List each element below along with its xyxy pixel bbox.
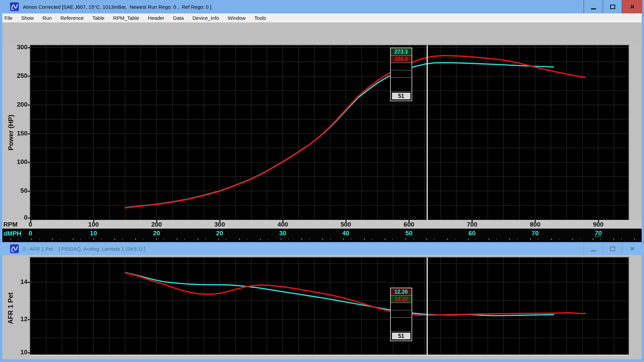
y-tick-label: 10 [0,349,28,356]
readout-cell [391,63,412,70]
window-power-chart: Atmos Corrected [SAE J607, 15°C, 1013mBa… [0,0,644,242]
rpm-tick-label: 500 [336,221,356,228]
rpm-axis-strip: RPM 0100200300400500600700800900 [0,220,644,229]
rpm-axis-name: RPM [3,221,17,228]
menu-item-run[interactable]: Run [38,15,56,21]
dmph-tick-label: 20 [210,230,230,237]
readout-cell [391,78,412,92]
y-tick-label: 14 [0,278,28,286]
app-icon-2 [10,244,19,253]
y-tick-mark [28,352,30,353]
maximize-icon [610,5,615,9]
y-tick-mark [28,191,30,192]
rpm-tick-label: 200 [147,221,167,228]
run2-curve-plot2 [125,273,586,315]
readout-cell [391,303,412,310]
rpm-tick-label: 700 [462,221,482,228]
y-tick-mark [28,105,30,106]
minimize-button[interactable] [584,0,603,13]
dmph-tick-label: 60 [462,230,482,237]
readout-speed: 51 [392,93,411,100]
readout-cell: 12.22 [391,296,412,303]
menu-item-device_info[interactable]: Device_Info [188,15,223,21]
titlebar-afr-window[interactable]: 2 - AFR 1 Pet [ PIDDAQ, Analog, Lambda 1… [0,242,644,255]
y-tick-mark [28,218,30,219]
close-button-2[interactable]: ✕ [622,242,642,255]
legend-strip: 1:2021 rr Stock Cam [273.4 HP, 203.9 KW]… [0,22,644,46]
menu-item-header[interactable]: Header [144,15,169,21]
dmph-tick-label: 40 [336,230,356,237]
maximize-button-2[interactable] [603,242,622,255]
readout-cell [391,70,412,78]
menu-item-tools[interactable]: Tools [250,15,270,21]
window-title: Atmos Corrected [SAE J607, 15°C, 1013mBa… [23,4,211,10]
y-tick-mark [28,76,30,77]
rpm-tick-label: 400 [273,221,293,228]
readout-speed: 51 [392,333,411,340]
readout-cell [391,310,412,318]
readout-cell: 286.0 [391,56,412,63]
y-tick-label: 12 [0,315,28,323]
afr-plot-area[interactable]: 12.2612.2251 [30,257,629,356]
dmph-tick-label: 70 [525,230,545,237]
y-tick-mark [28,282,30,283]
maximize-button[interactable] [603,0,622,13]
run1-curve-plot1 [125,63,554,207]
y-tick-mark [28,47,30,48]
menu-item-window[interactable]: Window [223,15,250,21]
menu-item-table[interactable]: Table [88,15,109,21]
cursor-readout-plot1: 273.3286.051 [390,48,412,101]
y-tick-label: 0 [0,214,28,221]
y-tick-mark [28,162,30,163]
rpm-tick-label: 100 [84,221,104,228]
y-tick-label: 200 [0,101,28,108]
rpm-tick-label: 800 [525,221,545,228]
run2-curve-plot1 [125,56,586,208]
rpm-tick-label: 0 [20,221,41,228]
y-tick-mark [28,133,30,134]
app-icon [10,2,19,11]
dmph-tick-label: 30 [273,230,293,237]
minimize-button-2[interactable] [584,242,603,255]
run1-curve-plot2 [125,273,554,316]
rpm-tick-label: 600 [399,221,419,228]
dmph-tick-label: 70 [588,230,608,237]
dmph-tick-label: 50 [399,230,419,237]
window2-right-border [642,255,644,362]
close-icon: ✕ [630,4,635,10]
dmph-axis-strip: dMPH 0102020304050607070 [0,229,644,238]
cursor-readout-plot2: 12.2612.2251 [390,288,412,341]
y-tick-mark [28,319,30,320]
y-tick-label: 300 [0,44,28,51]
close-button[interactable]: ✕ [622,0,642,13]
menu-item-show[interactable]: Show [17,15,38,21]
window2-left-border [0,255,2,362]
plot1-svg [30,45,629,220]
rpm-tick-label: 300 [210,221,230,228]
y-tick-label: 100 [0,158,28,166]
window1-right-border [642,13,644,242]
y-tick-label: 150 [0,130,28,137]
minimize-icon [591,250,596,251]
readout-cell: 273.3 [391,48,412,56]
window1-left-border [0,13,2,242]
maximize-icon [610,247,615,251]
dmph-tick-label: 20 [147,230,167,237]
menu-item-reference[interactable]: Reference [56,15,88,21]
menu-item-file[interactable]: File [0,15,17,21]
plot2-svg [30,257,629,355]
menu-bar: FileShowRunReferenceTableRPM_TableHeader… [0,13,644,22]
menu-item-data[interactable]: Data [169,15,188,21]
y-tick-label: 250 [0,72,28,79]
menu-item-rpm_table[interactable]: RPM_Table [109,15,144,21]
cursor-line-plot2[interactable] [427,257,428,355]
cursor-line-plot1[interactable] [427,45,428,220]
readout-cell: 12.26 [391,288,412,296]
power-plot-area[interactable]: 273.3286.051 [30,45,629,221]
minimize-icon [591,8,596,9]
window2-bottom-border [0,359,644,362]
titlebar-power-window[interactable]: Atmos Corrected [SAE J607, 15°C, 1013mBa… [0,0,644,13]
dmph-tick-label: 10 [84,230,104,237]
readout-cell [391,318,412,331]
clipped-axis-strip [0,238,644,242]
